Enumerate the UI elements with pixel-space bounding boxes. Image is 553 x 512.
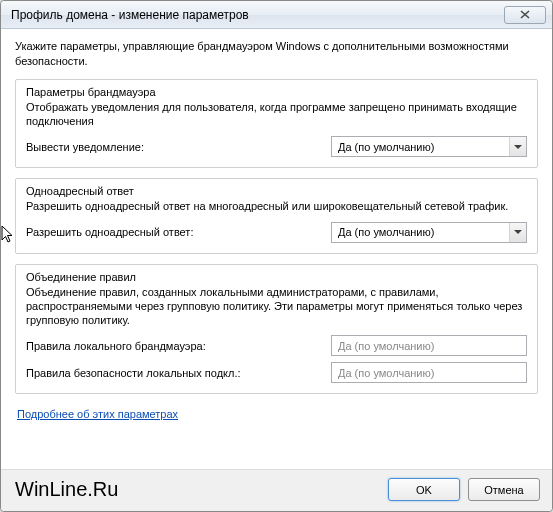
watermark-text: WinLine.Ru [13, 478, 380, 501]
group-unicast-response: Одноадресный ответ Разрешить одноадресны… [15, 178, 538, 253]
local-consec-rules-field: Да (по умолчанию) [331, 362, 527, 383]
button-label: Отмена [484, 484, 523, 496]
row-label: Правила безопасности локальных подкл.: [26, 367, 331, 379]
button-label: OK [416, 484, 432, 496]
row-label: Разрешить одноадресный ответ: [26, 226, 331, 238]
group-title: Параметры брандмауэра [26, 86, 527, 98]
field-value: Да (по умолчанию) [338, 367, 434, 379]
combo-value: Да (по умолчанию) [338, 226, 434, 238]
row-local-consec-rules: Правила безопасности локальных подкл.: Д… [26, 362, 527, 383]
group-desc: Разрешить одноадресный ответ на многоадр… [26, 199, 527, 213]
group-rule-merging: Объединение правил Объединение правил, с… [15, 264, 538, 395]
row-label: Вывести уведомление: [26, 141, 331, 153]
titlebar: Профиль домена - изменение параметров [1, 1, 552, 29]
unicast-combobox[interactable]: Да (по умолчанию) [331, 222, 527, 243]
window-title: Профиль домена - изменение параметров [11, 8, 504, 22]
row-notification: Вывести уведомление: Да (по умолчанию) [26, 136, 527, 157]
row-label: Правила локального брандмауэра: [26, 340, 331, 352]
notification-combobox[interactable]: Да (по умолчанию) [331, 136, 527, 157]
ok-button[interactable]: OK [388, 478, 460, 501]
group-title: Объединение правил [26, 271, 527, 283]
row-local-firewall-rules: Правила локального брандмауэра: Да (по у… [26, 335, 527, 356]
group-desc: Отображать уведомления для пользователя,… [26, 100, 527, 129]
close-button[interactable] [504, 6, 546, 24]
cancel-button[interactable]: Отмена [468, 478, 540, 501]
close-icon [520, 9, 530, 21]
chevron-down-icon [509, 137, 526, 156]
intro-text: Укажите параметры, управляющие брандмауэ… [15, 39, 538, 69]
learn-more-link[interactable]: Подробнее об этих параметрах [17, 408, 178, 420]
row-unicast: Разрешить одноадресный ответ: Да (по умо… [26, 222, 527, 243]
dialog-window: Профиль домена - изменение параметров Ук… [0, 0, 553, 512]
field-value: Да (по умолчанию) [338, 340, 434, 352]
dialog-body: Укажите параметры, управляющие брандмауэ… [1, 29, 552, 469]
chevron-down-icon [509, 223, 526, 242]
group-desc: Объединение правил, созданных локальными… [26, 285, 527, 328]
dialog-footer: WinLine.Ru OK Отмена [1, 469, 552, 511]
local-firewall-rules-field: Да (по умолчанию) [331, 335, 527, 356]
combo-value: Да (по умолчанию) [338, 141, 434, 153]
group-firewall-settings: Параметры брандмауэра Отображать уведомл… [15, 79, 538, 169]
group-title: Одноадресный ответ [26, 185, 527, 197]
